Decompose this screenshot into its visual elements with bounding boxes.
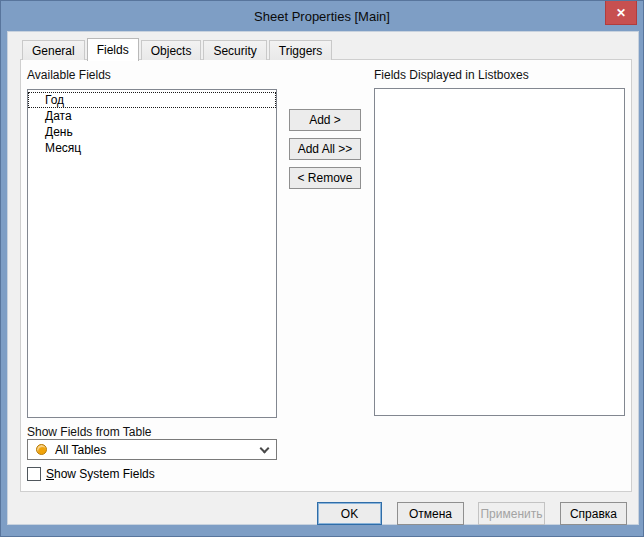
ok-button[interactable]: OK [317, 502, 382, 525]
tab-objects[interactable]: Objects [141, 40, 202, 60]
show-system-fields-label[interactable]: Show System Fields [46, 467, 155, 481]
sheet-properties-dialog: Sheet Properties [Main] ✕ General Fields… [0, 0, 644, 537]
list-item[interactable]: День [28, 124, 276, 140]
all-tables-icon [36, 444, 47, 455]
displayed-fields-listbox[interactable] [374, 88, 625, 416]
apply-button: Применить [478, 502, 545, 525]
close-icon: ✕ [616, 6, 626, 20]
close-button[interactable]: ✕ [605, 1, 637, 25]
show-system-fields-checkbox[interactable] [27, 467, 41, 481]
tab-strip: General Fields Objects Security Triggers [22, 38, 332, 60]
table-filter-label: Show Fields from Table [27, 425, 152, 439]
available-fields-label: Available Fields [27, 68, 111, 82]
dialog-client-area: General Fields Objects Security Triggers… [7, 31, 639, 525]
dialog-title: Sheet Properties [Main] [254, 9, 390, 24]
show-system-fields-row: Show System Fields [27, 467, 155, 481]
list-item[interactable]: Год [28, 92, 276, 108]
chevron-down-icon [260, 443, 270, 453]
table-filter-select[interactable]: All Tables [27, 439, 277, 460]
add-button[interactable]: Add > [289, 109, 361, 131]
displayed-fields-label: Fields Displayed in Listboxes [374, 68, 529, 82]
tab-fields[interactable]: Fields [87, 38, 139, 61]
tab-triggers[interactable]: Triggers [269, 40, 333, 60]
table-filter-value: All Tables [55, 443, 261, 457]
available-fields-listbox[interactable]: Год Дата День Месяц [27, 89, 277, 418]
add-all-button[interactable]: Add All >> [289, 138, 361, 160]
list-item[interactable]: Дата [28, 108, 276, 124]
tab-general[interactable]: General [22, 40, 85, 60]
title-bar[interactable]: Sheet Properties [Main] ✕ [1, 1, 643, 31]
help-button[interactable]: Справка [560, 502, 627, 525]
remove-button[interactable]: < Remove [289, 167, 361, 189]
tab-security[interactable]: Security [203, 40, 266, 60]
list-item[interactable]: Месяц [28, 140, 276, 156]
fields-tab-page: Available Fields Год Дата День Месяц Add… [20, 59, 632, 492]
cancel-button[interactable]: Отмена [397, 502, 464, 525]
